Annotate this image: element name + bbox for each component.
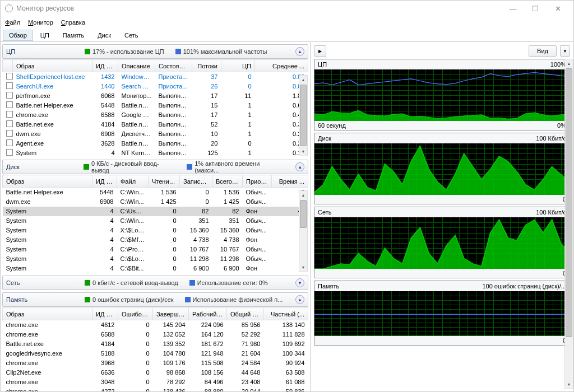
- charts-scrollbar[interactable]: ▲▼: [564, 59, 573, 389]
- table-row[interactable]: Battle.net Helper.exe5448C:\Win...1 5360…: [3, 188, 308, 197]
- checkbox[interactable]: [6, 82, 13, 89]
- disk-scrollbar[interactable]: ▲▼: [299, 190, 308, 272]
- table-row[interactable]: System4C:\Win...0351351Обыч...4: [3, 216, 308, 226]
- maximize-button[interactable]: ☐: [524, 1, 547, 16]
- tab-disk[interactable]: Диск: [91, 30, 117, 41]
- tab-overview[interactable]: Обзор: [3, 30, 33, 41]
- mem-table: Образ ИД п... Ошибок ... Заверше... Рабо…: [2, 307, 308, 392]
- cpu-scrollbar[interactable]: ▲▼: [299, 75, 308, 156]
- chevron-up-icon[interactable]: ▲: [295, 162, 304, 171]
- table-row[interactable]: System4C:\User...08282Фон48: [3, 207, 308, 216]
- checkbox[interactable]: [6, 120, 13, 127]
- menubar: Файл Монитор Справка: [1, 16, 573, 29]
- table-row[interactable]: dwm.exe6908C:\Win...1 42501 425Обыч...4: [3, 197, 308, 207]
- table-row[interactable]: Clip2Net.exe6636098 868108 15644 64863 5…: [3, 368, 308, 377]
- menu-monitor[interactable]: Монитор: [28, 19, 53, 26]
- section-net-header[interactable]: Сеть 0 кбит/с - сетевой ввод-вывод Испол…: [2, 276, 308, 290]
- right-pane: ▶ Вид ▼ ЦП100% 60 секунд0% Диск100 Кбит/…: [311, 42, 573, 392]
- table-row[interactable]: Battle.net.exe41840139 352181 67271 9801…: [3, 339, 308, 349]
- table-row[interactable]: Agent.exe3628Battle.net...Выполня...2000…: [3, 139, 308, 148]
- chart-net: Сеть100 Кбит/с 0: [314, 207, 570, 278]
- table-row[interactable]: System4C:\Prog...010 76710 767Обыч...3: [3, 245, 308, 254]
- table-row[interactable]: chrome.exe3048078 29284 49623 40861 088: [3, 377, 308, 387]
- view-dropdown[interactable]: ▼: [560, 45, 570, 57]
- col-desc[interactable]: Описание: [118, 60, 155, 72]
- checkbox[interactable]: [6, 149, 13, 156]
- table-row[interactable]: ShellExperienceHost.exe1432Windows ...Пр…: [3, 72, 308, 82]
- table-row[interactable]: chrome.exe42720138 43688 88029 04459 836: [3, 387, 308, 393]
- checkbox[interactable]: [6, 130, 13, 137]
- col-avg[interactable]: Среднее ...: [255, 60, 308, 72]
- left-pane: ЦП 17% - использование ЦП 101% максималь…: [1, 42, 311, 392]
- chevron-down-icon[interactable]: ▼: [295, 278, 304, 287]
- table-row[interactable]: chrome.exe65880132 052164 12052 292111 8…: [3, 330, 308, 339]
- table-row[interactable]: chrome.exe39680109 176115 50824 58490 92…: [3, 358, 308, 368]
- checkbox[interactable]: [6, 73, 13, 80]
- section-disk-title: Диск: [6, 164, 84, 170]
- checkbox[interactable]: [6, 101, 13, 108]
- checkbox[interactable]: [6, 92, 13, 99]
- table-row[interactable]: System4X:\$Log...015 36015 360Обыч...4: [3, 226, 308, 235]
- table-row[interactable]: System4C:\$Bit...06 9006 900Фон2: [3, 264, 308, 273]
- app-icon: [5, 4, 13, 12]
- view-button[interactable]: Вид: [529, 45, 557, 57]
- close-button[interactable]: ✕: [547, 1, 569, 16]
- table-row[interactable]: googledrivesync.exe51880104 780121 94821…: [3, 349, 308, 358]
- titlebar: Монитор ресурсов — ☐ ✕: [1, 1, 573, 16]
- tab-bar: Обзор ЦП Память Диск Сеть: [1, 29, 573, 42]
- table-row[interactable]: Battle.net.exe4184Battle.net...Выполня..…: [3, 120, 308, 129]
- menu-help[interactable]: Справка: [61, 19, 85, 26]
- col-cpu[interactable]: ЦП: [221, 60, 255, 72]
- table-row[interactable]: perfmon.exe6068Монитор...Выполня...17111…: [3, 91, 308, 101]
- tab-memory[interactable]: Память: [57, 30, 90, 41]
- col-image[interactable]: Образ: [13, 60, 92, 72]
- table-row[interactable]: System4NT Kernel ...Выполня...12510.17: [3, 148, 308, 158]
- menu-file[interactable]: Файл: [5, 19, 20, 26]
- tab-cpu[interactable]: ЦП: [34, 30, 55, 41]
- table-row[interactable]: Battle.net Helper.exe5448Battle.net...Вы…: [3, 101, 308, 110]
- section-disk-header[interactable]: Диск 0 КБ/с - дисковый ввод-вывод 1% акт…: [2, 160, 308, 174]
- section-cpu-header[interactable]: ЦП 17% - использование ЦП 101% максималь…: [2, 44, 308, 59]
- table-row[interactable]: dwm.exe6908Диспетче...Выполня...1010.25: [3, 129, 308, 139]
- col-state[interactable]: Состояние: [155, 60, 192, 72]
- checkbox[interactable]: [6, 111, 13, 118]
- section-cpu-title: ЦП: [6, 48, 85, 55]
- col-threads[interactable]: Потоки: [192, 60, 221, 72]
- cpu-table: Образ ИД п... Описание Состояние Потоки …: [2, 59, 308, 157]
- table-row[interactable]: chrome.exe46120145 204224 09685 956138 1…: [3, 320, 308, 330]
- table-row[interactable]: System4C:\$Mft...04 7384 738Фон4: [3, 235, 308, 245]
- minimize-button[interactable]: —: [502, 1, 524, 16]
- window-title: Монитор ресурсов: [16, 4, 74, 12]
- disk-table: Образ ИД п... Файл Чтение... Запись... В…: [2, 175, 308, 273]
- chart-nav-button[interactable]: ▶: [314, 45, 326, 57]
- chart-mem: Память100 ошибок страниц (диск)/... 0: [314, 281, 570, 346]
- tab-network[interactable]: Сеть: [118, 30, 144, 41]
- chart-disk: Диск100 Кбит/с 0: [314, 133, 570, 204]
- table-row[interactable]: System4C:\$Log...011 29811 298Обыч...2: [3, 254, 308, 264]
- section-mem-header[interactable]: Память 0 ошибок страниц (диск)/сек Испол…: [2, 292, 308, 307]
- checkbox[interactable]: [6, 139, 13, 146]
- chevron-up-icon[interactable]: ▲: [295, 295, 304, 304]
- table-row[interactable]: SearchUI.exe1440Search an...Приоста...26…: [3, 82, 308, 91]
- chevron-up-icon[interactable]: ▲: [295, 47, 304, 56]
- table-row[interactable]: chrome.exe6588Google C...Выполня...1710.…: [3, 110, 308, 120]
- col-pid[interactable]: ИД п...: [92, 60, 118, 72]
- chart-cpu: ЦП100% 60 секунд0%: [314, 59, 570, 130]
